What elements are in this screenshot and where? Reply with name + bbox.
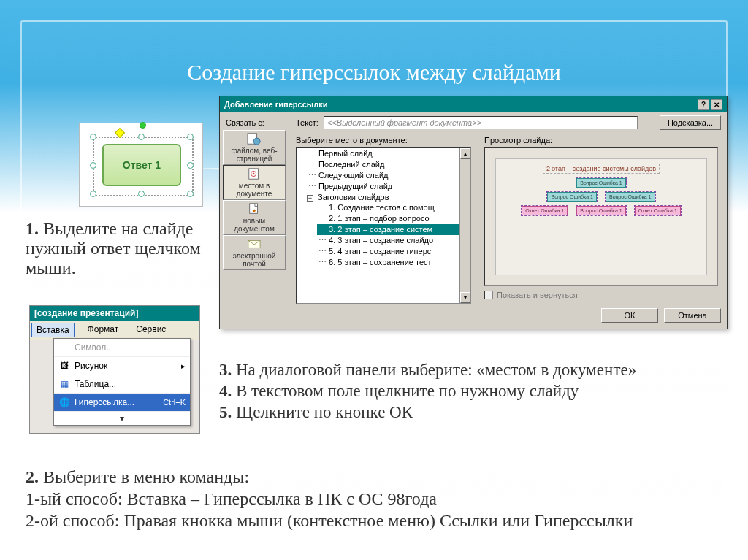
close-icon[interactable]: ✕ xyxy=(711,99,722,110)
resize-handle[interactable] xyxy=(187,191,194,197)
document-target-icon xyxy=(246,167,262,180)
preview-node: Вопрос Ошибка 1 xyxy=(576,206,626,215)
dialog-titlebar: Добавление гиперссылки ? ✕ xyxy=(220,96,727,112)
blank-icon xyxy=(58,342,70,353)
menu-item-picture[interactable]: 🖼 Рисунок ▸ xyxy=(54,357,190,375)
tree-slide-item[interactable]: ⋯ 5. 4 этап – создание гиперс xyxy=(317,246,470,257)
new-document-icon: ★ xyxy=(246,202,262,215)
insert-dropdown: Символ.. 🖼 Рисунок ▸ ▦ Таблица... 🌐 Гипе… xyxy=(53,338,191,426)
tree-label: Выберите место в документе: xyxy=(296,136,408,145)
svg-text:★: ★ xyxy=(252,207,256,214)
insert-menu-screenshot: [создание презентаций] Вставка Формат Се… xyxy=(29,305,200,434)
scroll-down-icon[interactable]: ▾ xyxy=(460,292,470,303)
step-1-text: 1. Выделите на слайде нужный ответ щелчк… xyxy=(26,219,252,278)
slide-title: Создание гиперссылок между слайдами xyxy=(0,60,748,85)
preview-node: Вопрос Ошибка 1 xyxy=(606,192,655,202)
svg-point-1 xyxy=(253,138,260,145)
email-icon xyxy=(246,237,262,250)
tree-item[interactable]: ⋯ Предыдущий слайд xyxy=(307,181,470,192)
cancel-button[interactable]: Отмена xyxy=(664,308,721,323)
link-to-sidebar: файлом, веб-страницей местом в документе… xyxy=(223,130,286,270)
preview-node: Вопрос Ошибка 1 xyxy=(576,178,626,188)
tree-slide-item[interactable]: ⋯ 6. 5 этап – сохранение тест xyxy=(317,257,470,268)
resize-handle[interactable] xyxy=(138,191,145,197)
resize-handle[interactable] xyxy=(90,191,96,197)
link-to-label: Связать с: xyxy=(226,118,264,127)
menu-item-table[interactable]: ▦ Таблица... xyxy=(54,375,190,394)
slide-preview: 2 этап – создание системы слайдов Вопрос… xyxy=(484,147,718,286)
tree-item[interactable]: ⋯ Последний слайд xyxy=(307,159,470,170)
resize-handle[interactable] xyxy=(187,162,194,169)
scrollbar[interactable]: ▴ ▾ xyxy=(459,148,470,303)
menu-bar: Вставка Формат Сервис xyxy=(30,321,199,340)
preview-label: Просмотр слайда: xyxy=(484,136,552,145)
tooltip-button[interactable]: Подсказка... xyxy=(660,115,721,130)
hyperlink-dialog: Добавление гиперссылки ? ✕ Связать с: фа… xyxy=(219,96,728,329)
tree-slide-item[interactable]: ⋯ 2. 1 этап – подбор вопросо xyxy=(317,213,470,224)
menu-insert[interactable]: Вставка xyxy=(31,323,75,337)
preview-node: Ответ Ошибка 1 xyxy=(635,206,681,215)
preview-slide-title: 2 этап – создание системы слайдов xyxy=(543,164,660,174)
show-and-return-checkbox[interactable]: Показать и вернуться xyxy=(484,291,578,299)
tree-item[interactable]: ⋯ Первый слайд xyxy=(307,148,470,159)
text-field[interactable]: <<Выделенный фрагмент документа>> xyxy=(324,116,638,129)
resize-handle[interactable] xyxy=(138,134,145,140)
resize-handle[interactable] xyxy=(187,134,194,140)
table-icon: ▦ xyxy=(58,378,70,390)
step-2-text: 2. Выберите в меню команды: 1-ый способ:… xyxy=(26,466,727,532)
link-email[interactable]: электронной почтой xyxy=(223,235,286,270)
ok-button[interactable]: ОК xyxy=(601,308,658,323)
tree-slide-item[interactable]: ⋯ 3. 2 этап – создание систем xyxy=(317,224,470,235)
menu-item-hyperlink[interactable]: 🌐 Гиперссылка... Ctrl+K xyxy=(54,394,190,412)
resize-handle[interactable] xyxy=(90,162,96,169)
selected-shape-panel: Ответ 1 xyxy=(79,123,203,207)
scroll-up-icon[interactable]: ▴ xyxy=(460,148,470,159)
help-icon[interactable]: ? xyxy=(698,99,709,110)
tree-slide-item[interactable]: ⋯ 1. Создание тестов с помощ xyxy=(317,202,470,213)
menu-service[interactable]: Сервис xyxy=(131,323,170,337)
window-titlebar: [создание презентаций] xyxy=(30,306,199,321)
tree-group[interactable]: − Заголовки слайдов xyxy=(307,192,470,202)
rotation-handle[interactable] xyxy=(140,122,146,129)
picture-icon: 🖼 xyxy=(58,360,70,372)
preview-node: Ответ Ошибка 1 xyxy=(522,206,568,215)
link-file-web[interactable]: файлом, веб-страницей xyxy=(223,130,286,165)
menu-item-symbol[interactable]: Символ.. xyxy=(54,339,190,357)
svg-point-4 xyxy=(253,173,255,175)
link-place-in-doc[interactable]: местом в документе xyxy=(223,165,286,200)
adjust-handle[interactable] xyxy=(115,128,125,138)
steps-3-4-5-text: 3. На диалоговой панели выберите: «место… xyxy=(219,360,716,423)
file-globe-icon xyxy=(246,132,262,145)
checkbox-icon xyxy=(484,291,493,299)
link-new-doc[interactable]: ★ новым документом xyxy=(223,200,286,235)
text-label: Текст: xyxy=(296,118,318,127)
tree-slide-item[interactable]: ⋯ 4. 3 этап – создание слайдо xyxy=(317,235,470,246)
preview-node: Вопрос Ошибка 1 xyxy=(547,192,597,202)
expand-chevron-icon[interactable]: ▾ xyxy=(54,412,190,425)
menu-format[interactable]: Формат xyxy=(83,323,123,337)
submenu-arrow-icon: ▸ xyxy=(181,361,186,371)
globe-icon: 🌐 xyxy=(58,396,70,408)
tree-item[interactable]: ⋯ Следующий слайд xyxy=(307,170,470,181)
answer-shape[interactable]: Ответ 1 xyxy=(102,144,181,186)
resize-handle[interactable] xyxy=(90,134,96,140)
document-places-tree[interactable]: ⋯ Первый слайд⋯ Последний слайд⋯ Следующ… xyxy=(296,147,471,304)
